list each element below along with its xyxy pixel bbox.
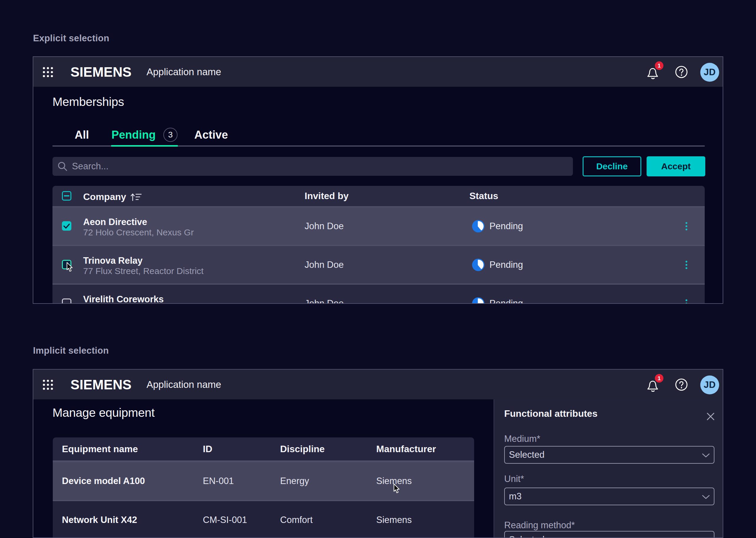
column-manufacturer[interactable]: Manufacturer: [376, 437, 436, 460]
select-reading-method[interactable]: Selected: [504, 531, 714, 538]
mouse-cursor: [66, 262, 74, 273]
page-title: Memberships: [52, 95, 124, 109]
equipment-main: Manage equipment Equipment name ID Disci…: [33, 400, 494, 537]
equipment-name-cell: Network Unit X42: [62, 501, 137, 538]
checkbox-checked[interactable]: [62, 221, 71, 231]
checkbox-unchecked[interactable]: [62, 298, 71, 304]
search-placeholder: Search...: [72, 157, 109, 176]
application-name: Application name: [147, 370, 221, 400]
discipline-cell: Energy: [280, 462, 309, 500]
memberships-window: SIEMENS Application name 1 JD Membership…: [33, 56, 723, 304]
column-status[interactable]: Status: [470, 186, 498, 206]
status-cell: Pending: [472, 285, 523, 304]
pending-count-badge: 3: [163, 128, 177, 142]
tab-active[interactable]: Active: [178, 126, 244, 144]
help-button[interactable]: [673, 370, 690, 400]
table-row[interactable]: Virelith Coreworks John Doe Pending: [52, 285, 705, 304]
company-address: 77 Flux Street, Reactor District: [83, 266, 203, 276]
equipment-table: Equipment name ID Discipline Manufacture…: [53, 437, 474, 538]
status-pending-icon: [472, 297, 484, 304]
invited-by-cell: John Doe: [305, 207, 344, 245]
equipment-window: SIEMENS Application name 1 JD Manage equ…: [33, 369, 723, 538]
notification-badge: 1: [655, 61, 663, 70]
app-launcher-icon[interactable]: [43, 67, 53, 77]
checkbox-indeterminate[interactable]: [62, 191, 71, 200]
help-icon: [675, 378, 688, 391]
kebab-menu-icon[interactable]: [685, 285, 688, 304]
siemens-logo: SIEMENS: [71, 64, 131, 80]
status-pending-icon: [472, 220, 484, 233]
invited-by-cell: John Doe: [305, 246, 344, 284]
status-cell: Pending: [472, 207, 523, 245]
table-row[interactable]: Trinova Relay 77 Flux Street, Reactor Di…: [52, 246, 705, 284]
help-icon: [675, 66, 688, 79]
notifications-button[interactable]: 1: [644, 57, 662, 87]
manufacturer-cell: Siemens: [376, 501, 412, 538]
discipline-cell: Comfort: [280, 501, 313, 538]
siemens-logo: SIEMENS: [71, 377, 131, 393]
app-header: SIEMENS Application name 1 JD: [33, 57, 723, 87]
memberships-table: Company Invited by Status Aeon D: [52, 186, 705, 304]
help-button[interactable]: [673, 57, 690, 87]
active-tab-underline: [111, 145, 178, 147]
search-icon: [58, 161, 68, 171]
invited-by-cell: John Doe: [305, 285, 344, 304]
close-button[interactable]: [705, 410, 717, 422]
user-avatar[interactable]: JD: [700, 375, 719, 394]
page-title: Manage equipment: [52, 406, 155, 420]
application-name: Application name: [147, 57, 221, 87]
panel-title: Functional attributes: [504, 408, 597, 419]
tab-all[interactable]: All: [52, 126, 111, 144]
company-name: Aeon Directive: [83, 217, 194, 227]
chevron-down-icon: [702, 453, 710, 457]
user-avatar[interactable]: JD: [700, 63, 719, 82]
app-header: SIEMENS Application name 1 JD: [33, 370, 723, 400]
chevron-down-icon: [702, 495, 710, 499]
equipment-name-cell: Device model A100: [62, 462, 145, 500]
field-label-unit: Unit*: [504, 474, 524, 484]
column-discipline[interactable]: Discipline: [280, 437, 325, 460]
tab-bar: All Pending3 Active: [52, 128, 705, 145]
table-row[interactable]: Aeon Directive 72 Holo Crescent, Nexus G…: [52, 207, 705, 245]
status-pending-icon: [472, 259, 484, 271]
sort-ascending-icon[interactable]: [130, 192, 141, 201]
kebab-menu-icon[interactable]: [685, 246, 688, 284]
notification-badge: 1: [655, 374, 663, 383]
accept-button[interactable]: Accept: [647, 156, 705, 176]
company-name: Virelith Coreworks: [83, 294, 164, 304]
field-label-reading-method: Reading method*: [504, 520, 575, 531]
table-row[interactable]: Network Unit X42 CM-SI-001 Comfort Sieme…: [53, 501, 474, 538]
explicit-selection-label: Explicit selection: [33, 33, 109, 44]
functional-attributes-panel: Functional attributes Medium* Selected U…: [494, 400, 723, 537]
implicit-selection-label: Implicit selection: [33, 346, 109, 356]
app-launcher-icon[interactable]: [43, 380, 53, 390]
id-cell: CM-SI-001: [203, 501, 247, 538]
company-address: 72 Holo Crescent, Nexus Gr: [83, 227, 194, 238]
select-unit[interactable]: m3: [504, 488, 714, 505]
search-input[interactable]: Search...: [52, 157, 573, 176]
table-header-row: Company Invited by Status: [52, 186, 705, 206]
decline-button[interactable]: Decline: [582, 156, 641, 176]
close-icon: [706, 412, 715, 421]
column-equipment-name[interactable]: Equipment name: [62, 437, 138, 460]
column-invited-by[interactable]: Invited by: [305, 186, 348, 206]
column-company[interactable]: Company: [83, 191, 126, 202]
tab-pending[interactable]: Pending3: [111, 126, 178, 144]
column-id[interactable]: ID: [203, 437, 212, 460]
field-label-medium: Medium*: [504, 434, 540, 444]
mouse-cursor: [393, 483, 401, 494]
status-cell: Pending: [472, 246, 523, 284]
kebab-menu-icon[interactable]: [685, 207, 688, 245]
select-medium[interactable]: Selected: [504, 446, 714, 464]
notifications-button[interactable]: 1: [644, 370, 662, 400]
table-row[interactable]: Device model A100 EN-001 Energy Siemens: [53, 462, 474, 500]
company-name: Trinova Relay: [83, 255, 203, 266]
stage: Explicit selection SIEMENS Application n…: [0, 0, 756, 538]
id-cell: EN-001: [203, 462, 234, 500]
table-header-row: Equipment name ID Discipline Manufacture…: [53, 437, 474, 460]
